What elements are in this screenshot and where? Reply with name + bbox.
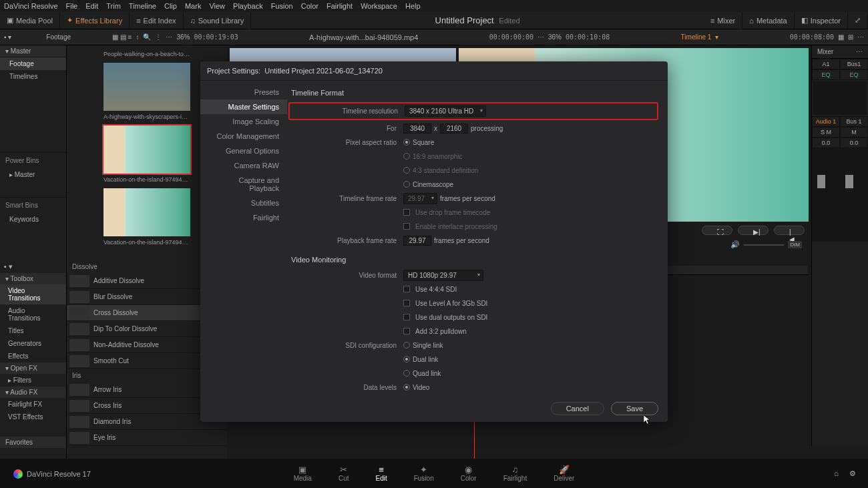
sdi-quad[interactable]: Quad link [403,370,441,377]
sound-library-toggle[interactable]: ♫Sound Library [184,12,252,29]
speaker-icon[interactable]: 🔊 [730,240,740,249]
favorites-h[interactable]: Favorites [0,437,66,448]
timeline-resolution-dropdown[interactable]: 3840 x 2160 Ultra HD [405,105,486,117]
fx-titles[interactable]: Titles [0,324,66,337]
add32-check[interactable] [403,328,410,334]
cat-color-mgmt[interactable]: Color Management [200,129,287,144]
src-clip-name[interactable]: A-highway-with...bai-948059.mp4 [309,33,418,41]
height-field[interactable]: 2160 [440,124,468,134]
menu-fusion[interactable]: Fusion [271,2,293,10]
menu-help[interactable]: Help [405,2,421,10]
bin-dropdown[interactable]: ▪ ▾ [4,33,11,41]
fx-filters[interactable]: ▸ Filters [0,374,66,387]
smart-bins[interactable]: Smart Bins [0,197,66,213]
clip-thumb-selected[interactable] [103,126,190,174]
dim-button[interactable]: DIM [788,241,802,248]
volume-slider[interactable] [744,244,784,246]
page-fairlight[interactable]: ♫Fairlight [503,465,527,482]
cancel-button[interactable]: Cancel [551,402,604,415]
playback-fr-field[interactable]: 29.97 [403,236,431,246]
page-color[interactable]: ◉Color [461,465,477,482]
openfx-h[interactable]: ▾ Open FX [0,362,66,374]
clip-thumb[interactable] [103,188,190,236]
par-cinemascope[interactable]: Cinemascope [403,181,453,188]
page-edit[interactable]: ≡Edit [375,465,387,482]
menu-mark[interactable]: Mark [185,2,201,10]
timeline-name[interactable]: Timeline 1 [681,33,712,41]
eq-bus1[interactable]: EQ [840,69,868,80]
cat-capture[interactable]: Capture and Playback [200,173,287,196]
page-media[interactable]: ▣Media [294,465,312,482]
cat-subtitles[interactable]: Subtitles [200,196,287,210]
tl-zoom[interactable]: 36% [548,33,562,41]
ch-bus1[interactable]: Bus1 [840,59,868,69]
save-button[interactable]: Save [611,402,658,415]
menu-playback[interactable]: Playback [233,2,263,10]
width-field[interactable]: 3840 [403,124,431,134]
fx-generators[interactable]: Generators [0,337,66,350]
cat-presets[interactable]: Presets [200,85,287,99]
dl-video[interactable]: Video [403,384,429,391]
fx-fairlight[interactable]: Fairlight FX [0,398,66,411]
media-pool-toggle[interactable]: ▣Media Pool [0,12,60,29]
last-icon[interactable]: ▶| [738,226,769,235]
page-fusion[interactable]: ✦Fusion [414,465,434,482]
first-icon[interactable]: |◀ [774,226,805,235]
cat-master-settings[interactable]: Master Settings [200,99,287,114]
menu-edit[interactable]: Edit [85,2,98,10]
menu-fairlight[interactable]: Fairlight [327,2,353,10]
par-square[interactable]: Square [403,139,434,146]
page-deliver[interactable]: 🚀Deliver [554,465,574,482]
fx-item[interactable]: Eye Iris [67,430,227,446]
menu-trim[interactable]: Trim [106,2,121,10]
power-master[interactable]: ▸ Master [0,168,66,181]
sdi-dual[interactable]: Dual link [403,356,438,363]
ch-a1[interactable]: A1 [812,59,840,69]
full-icon[interactable]: ⛶ [702,226,732,235]
home-icon[interactable]: ⌂ [834,469,839,477]
cat-fairlight[interactable]: Fairlight [200,210,287,225]
eq-a1[interactable]: EQ [812,69,840,80]
track-bus1[interactable]: Bus 1 [840,116,868,127]
footage-bin[interactable]: Footage [0,57,66,70]
src-zoom[interactable]: 36% [176,33,190,41]
fader[interactable] [817,175,825,188]
mixer-toggle[interactable]: ≡Mixer [704,12,742,29]
keywords-bin[interactable]: Keywords [0,213,66,226]
fx-video-trans[interactable]: Video Transitions [0,284,66,304]
cat-image-scaling[interactable]: Image Scaling [200,114,287,129]
view-icons[interactable]: ▦ ▤ ≡ [112,33,132,41]
track-audio1[interactable]: Audio 1 [812,116,840,127]
search-icon[interactable]: 🔍 [143,33,151,41]
cat-camera-raw[interactable]: Camera RAW [200,158,287,173]
menu-app[interactable]: DaVinci Resolve [4,2,58,10]
dualout-check[interactable] [403,314,410,320]
audiofx-h[interactable]: ▾ Audio FX [0,387,66,398]
timelines-bin[interactable]: Timelines [0,70,66,83]
inspector-toggle[interactable]: ◧Inspector [795,12,848,29]
sort-icon[interactable]: ↕ [136,33,139,41]
master-bin[interactable]: ▾ Master [0,45,66,57]
menu-workspace[interactable]: Workspace [361,2,397,10]
clip-thumb[interactable] [103,63,190,111]
fx-audio-trans[interactable]: Audio Transitions [0,304,66,324]
sdi-single[interactable]: Single link [403,342,443,349]
menu-clip[interactable]: Clip [164,2,177,10]
power-bins[interactable]: Power Bins [0,152,66,168]
use444-check[interactable] [403,286,410,292]
edit-index-toggle[interactable]: ≡Edit Index [130,12,183,29]
levela-check[interactable] [403,300,410,306]
cat-general[interactable]: General Options [200,144,287,158]
menu-view[interactable]: View [209,2,225,10]
fx-effects[interactable]: Effects [0,350,66,362]
gear-icon[interactable]: ⚙ [849,469,856,478]
metadata-toggle[interactable]: ⌂Metadata [742,12,795,29]
video-format-dropdown[interactable]: HD 1080p 29.97 [403,270,483,281]
menu-timeline[interactable]: Timeline [129,2,156,10]
menu-file[interactable]: File [66,2,78,10]
menu-color[interactable]: Color [301,2,318,10]
fx-vst[interactable]: VST Effects [0,411,66,423]
effects-library-toggle[interactable]: ✦Effects Library [60,12,130,29]
page-cut[interactable]: ✂Cut [339,465,349,482]
expand-icon[interactable]: ⤢ [848,12,868,29]
